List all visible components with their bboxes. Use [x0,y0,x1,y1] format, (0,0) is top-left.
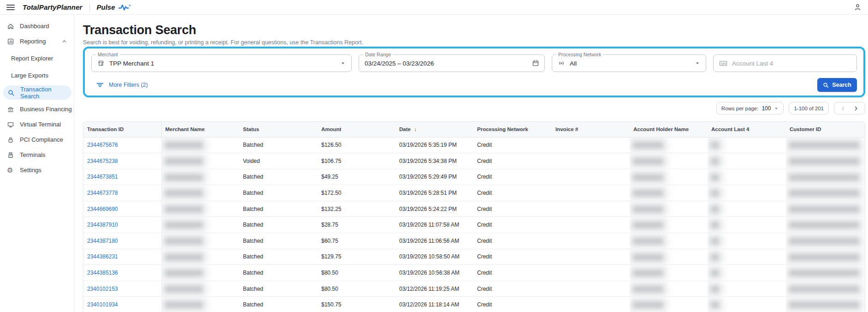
status-cell: Batched [239,169,318,185]
table-row[interactable]: 2344669690 Batched $132.25 03/19/2026 5:… [83,201,865,217]
redacted-account-holder-name [633,254,663,260]
date-cell: 03/19/2026 11:07:58 AM [396,217,473,233]
account-person-icon[interactable] [854,3,862,11]
invoice-cell [552,233,630,249]
table-row[interactable]: 2344675676 Batched $126.50 03/19/2026 5:… [83,137,865,153]
more-filters-label: More Filters (2) [109,82,148,88]
transaction-id-link[interactable]: 2344669690 [87,206,118,212]
table-row[interactable]: 2344386231 Batched $129.75 03/19/2026 10… [83,249,865,265]
column-header-account_holder_name[interactable]: Account Holder Name [630,122,708,137]
redacted-customer-id [790,222,859,228]
redacted-account-last4 [711,174,719,180]
transaction-id-link[interactable]: 2340102153 [87,286,118,292]
column-header-customer_id[interactable]: Customer ID [786,122,865,137]
account-last4-cell [708,281,786,297]
processing-network-cell: Credit [473,169,552,185]
table-row[interactable]: 2344387910 Batched $28.75 03/19/2026 11:… [83,217,865,233]
sidebar-item-business-financing[interactable]: Business Financing [0,102,74,116]
transaction-id-link[interactable]: 2344673851 [87,174,118,180]
transaction-id-link[interactable]: 2344387180 [87,238,118,244]
processing-network-cell: Credit [473,153,552,169]
date-cell: 03/19/2026 5:24:22 PM [396,201,473,217]
sidebar-item-virtual-terminal[interactable]: Virtual Terminal [0,117,74,132]
processing-network-value: All [570,60,577,67]
previous-page-icon[interactable] [840,105,846,112]
status-cell: Batched [239,201,318,217]
calendar-icon[interactable] [532,60,539,67]
column-header-date[interactable]: Date↓ [396,122,473,137]
caret-down-icon [695,60,700,66]
redacted-account-holder-name [633,174,663,180]
processing-network-cell: Credit [473,217,552,233]
transaction-id-link[interactable]: 2344675676 [87,142,118,148]
table-row[interactable]: 2344385136 Batched $80.50 03/19/2026 10:… [83,265,865,281]
account-last4-cell [708,201,786,217]
redacted-account-last4 [711,206,719,212]
transaction-id-link[interactable]: 2340101934 [87,301,118,308]
transaction-id-link[interactable]: 2344385136 [87,270,118,276]
status-cell: Batched [239,281,318,297]
account-holder-name-cell [630,233,708,249]
column-header-processing_network[interactable]: Processing Network [473,122,552,137]
account-last4-input[interactable] [732,60,838,67]
date-cell: 03/19/2026 11:06:56 AM [396,233,473,249]
hamburger-menu-icon[interactable] [6,3,15,12]
sidebar-item-label: Business Financing [20,106,72,113]
merchant-select[interactable]: Merchant TPP Merchant 1 [91,54,352,72]
sidebar-item-label: Transaction Search [20,86,71,100]
table-row[interactable]: 2344673851 Batched $49.25 03/19/2026 5:2… [83,169,865,185]
table-row[interactable]: 2344387180 Batched $60.75 03/19/2026 11:… [83,233,865,249]
table-row[interactable]: 2340101934 Batched $150.75 03/12/2026 11… [83,297,865,312]
redacted-account-last4 [711,190,719,196]
redacted-merchant-name [165,286,202,292]
column-header-amount[interactable]: Amount [318,122,396,137]
search-button[interactable]: Search [817,78,857,92]
sidebar-item-large-exports[interactable]: Large Exports [0,68,74,83]
transaction-id-link[interactable]: 2344673778 [87,190,118,196]
table-row[interactable]: 2344673778 Batched $172.50 03/19/2026 5:… [83,185,865,201]
column-header-account_last4[interactable]: Account Last 4 [708,122,786,137]
column-header-status[interactable]: Status [239,122,318,137]
chevron-up-icon[interactable] [61,38,67,44]
date-range-field[interactable]: Date Range 03/24/2025 – 03/23/2026 [359,54,545,72]
rows-per-page-select[interactable]: Rows per page: 100 [716,102,784,114]
invoice-cell [552,201,630,217]
account-last4-cell [708,137,786,153]
processing-network-cell: Credit [473,233,552,249]
merchant-name-cell [161,153,239,169]
sidebar-item-report-explorer[interactable]: Report Explorer [0,51,74,66]
pagination-range-label: 1-100 of 201 [794,106,824,111]
processing-network-cell: Credit [473,265,552,281]
sidebar-item-pci-compliance[interactable]: PCI Compliance [0,132,74,147]
sidebar-item-transaction-search[interactable]: Transaction Search [3,85,71,100]
column-header-invoice[interactable]: Invoice # [552,122,630,137]
sidebar-item-label: Dashboard [20,23,49,30]
sort-descending-icon[interactable]: ↓ [414,126,417,132]
date-range-label: Date Range [363,52,393,57]
merchant-name-cell [161,233,239,249]
column-header-transaction_id[interactable]: Transaction ID [83,122,161,137]
transaction-id-link[interactable]: 2344387910 [87,222,118,228]
sidebar-item-dashboard[interactable]: Dashboard [0,19,74,33]
date-cell: 03/19/2026 10:58:50 AM [396,249,473,265]
redacted-merchant-name [165,158,202,164]
account-holder-name-cell [630,281,708,297]
account-last4-field[interactable]: 123 [713,54,857,72]
column-header-merchant_name[interactable]: Merchant Name [161,122,239,137]
account-last4-cell [708,265,786,281]
customer-id-cell [786,137,865,153]
redacted-merchant-name [165,190,202,196]
next-page-icon[interactable] [853,105,859,112]
table-row[interactable]: 2344675238 Voided $106.75 03/19/2026 5:3… [83,153,865,169]
transaction-id-link[interactable]: 2344675238 [87,158,118,164]
table-row[interactable]: 2340102153 Batched $80.50 03/12/2026 11:… [83,281,865,297]
processing-network-cell: Credit [473,297,552,312]
transaction-id-link[interactable]: 2344386231 [87,253,118,260]
invoice-cell [552,185,630,201]
processing-network-select[interactable]: Processing Network All [552,54,706,72]
more-filters-button[interactable]: More Filters (2) [91,81,148,89]
sidebar-item-settings[interactable]: ⚙ Settings [0,163,74,177]
sidebar-item-terminals[interactable]: Terminals [0,148,74,162]
merchant-label: Merchant [96,52,120,57]
sidebar-item-reporting[interactable]: Reporting [0,34,74,48]
